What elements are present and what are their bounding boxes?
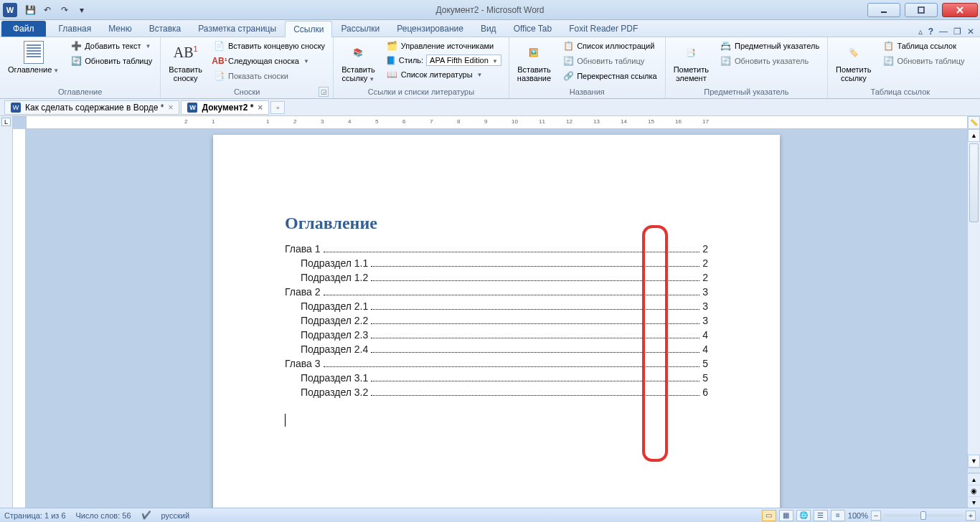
file-tab[interactable]: Файл [1,21,46,37]
footnotes-launcher[interactable]: ◲ [319,87,329,97]
group-label-index: Предметный указатель [670,86,823,98]
doc-restore-icon[interactable]: ❐ [953,27,961,37]
view-draft-button[interactable]: ≡ [831,510,845,521]
document-canvas[interactable]: Оглавление Глава 1 2Подраздел 1.1 2Подра… [26,129,967,508]
ribbon-help-icon[interactable]: ? [928,27,933,37]
zoom-in-button[interactable]: + [966,511,976,521]
status-language[interactable]: русский [161,511,189,520]
tab-selector[interactable]: L [0,116,13,508]
zoom-slider[interactable] [884,514,963,517]
insert-caption-button[interactable]: 🖼️ Вставить название [514,39,555,85]
browse-object-button[interactable]: ◉ [968,485,980,496]
window-title: Документ2 - Microsoft Word [435,5,544,15]
scroll-up-button[interactable]: ▲ [968,129,980,142]
doc-close-icon[interactable]: ✕ [967,27,974,37]
toc-entry-label: Подраздел 2.1 [301,300,368,312]
qat-redo-button[interactable]: ↷ [57,3,72,17]
next-page-button[interactable]: ▾ [968,496,980,508]
qat-undo-button[interactable]: ↶ [40,3,55,17]
doc-minimize-icon[interactable]: — [939,27,948,37]
new-doc-tab-button[interactable]: ▫ [270,101,285,114]
update-toc-button[interactable]: 🔄Обновить таблицу [67,54,156,68]
add-text-button[interactable]: ➕Добавить текст▼ [67,39,156,53]
show-footnotes-button[interactable]: 📑Показать сноски [210,69,329,83]
next-footnote-button[interactable]: AB¹Следующая сноска▼ [210,54,329,68]
toc-entry-label: Подраздел 2.2 [301,315,368,326]
mark-citation-button[interactable]: 🏷️ Пометить ссылку [832,39,875,85]
vertical-scrollbar[interactable]: 📏 ▲ ▼ ▴ ◉ ▾ [967,116,980,508]
bibliography-button[interactable]: 📖Список литературы▼ [383,67,504,82]
ruler-toggle-button[interactable]: 📏 [968,116,980,129]
toc-entry-page: 5 [702,358,708,369]
scroll-track[interactable] [968,142,980,455]
insert-endnote-button[interactable]: 📄Вставить концевую сноску [210,39,329,53]
doc-tab-label: Как сделать содержание в Ворде * [25,103,164,113]
vertical-ruler[interactable] [13,129,26,508]
zoom-level[interactable]: 100% [848,511,868,520]
ribbon-tab-5[interactable]: Рассылки [332,20,388,37]
ribbon-tab-4[interactable]: Ссылки [285,21,332,37]
ribbon-tab-8[interactable]: Office Tab [505,20,561,37]
zoom-out-button[interactable]: − [871,511,881,521]
ribbon-tab-7[interactable]: Вид [472,20,505,37]
manage-sources-icon: 🗂️ [387,40,398,52]
mark-entry-button[interactable]: 📑 Пометить элемент [670,39,712,85]
split-handle[interactable] [968,468,980,473]
update-figures-button[interactable]: 🔄Обновить таблицу [559,54,661,68]
group-label-toc: Оглавление [4,86,156,98]
maximize-button[interactable] [905,3,938,17]
document-tabs: WКак сделать содержание в Ворде *×WДокум… [0,99,980,116]
scroll-down-button[interactable]: ▼ [968,455,980,468]
title-bar: W 💾 ↶ ↷ ▾ Документ2 - Microsoft Word [0,0,980,20]
ribbon-group-citations: 📚 Вставить ссылку▼ 🗂️Управление источник… [334,37,509,98]
close-tab-icon[interactable]: × [258,103,263,113]
ribbon-tab-1[interactable]: Меню [100,20,140,37]
insert-footnote-button[interactable]: AB1 Вставить сноску [165,39,206,85]
toc-entry-label: Подраздел 1.1 [301,257,368,269]
view-fullscreen-button[interactable]: ▦ [779,510,793,521]
insert-toa-button[interactable]: 📋Таблица ссылок [879,39,968,53]
insert-citation-button[interactable]: 📚 Вставить ссылку▼ [338,39,379,86]
toc-entry-label: Подраздел 3.1 [301,372,368,384]
add-text-icon: ➕ [70,40,82,52]
view-web-button[interactable]: 🌐 [796,510,811,521]
ribbon-tab-0[interactable]: Главная [50,20,100,37]
ribbon-group-toa: 🏷️ Пометить ссылку 📋Таблица ссылок 🔄Обно… [828,37,972,98]
qat-customize-button[interactable]: ▾ [75,3,89,17]
ribbon-tab-2[interactable]: Вставка [141,20,190,37]
view-print-layout-button[interactable]: ▭ [762,510,776,521]
toc-entry-page: 3 [702,300,708,312]
ribbon-tabs: Файл ГлавнаяМенюВставкаРазметка страницы… [0,20,980,37]
doc-tab-1[interactable]: WДокумент2 *× [181,100,269,115]
citation-style-combo[interactable]: APA Fifth Edition ▼ [426,54,501,66]
status-word-count[interactable]: Число слов: 56 [76,511,131,520]
prev-page-button[interactable]: ▴ [968,473,980,485]
ribbon-tab-3[interactable]: Разметка страницы [189,20,285,37]
status-page[interactable]: Страница: 1 из 6 [4,511,66,520]
ribbon-minimize-icon[interactable]: ▵ [918,27,923,37]
scroll-thumb[interactable] [969,143,979,222]
group-label-toa: Таблица ссылок [832,86,968,98]
update-toa-button[interactable]: 🔄Обновить таблицу [879,54,968,68]
group-label-footnotes: Сноски◲ [165,86,329,98]
table-of-figures-button[interactable]: 📋Список иллюстраций [559,39,661,53]
update-index-button[interactable]: 🔄Обновить указатель [717,54,823,68]
toc-entry-page: 2 [702,272,708,283]
manage-sources-button[interactable]: 🗂️Управление источниками [383,39,504,53]
zoom-thumb[interactable] [920,511,926,520]
close-button[interactable] [942,3,978,17]
close-tab-icon[interactable]: × [168,103,173,113]
insert-index-button[interactable]: 📇Предметный указатель [717,39,823,53]
qat-save-button[interactable]: 💾 [23,3,37,17]
ribbon-tab-9[interactable]: Foxit Reader PDF [560,20,646,37]
cross-ref-icon: 🔗 [562,70,574,82]
ribbon-tab-6[interactable]: Рецензирование [388,20,472,37]
minimize-button[interactable] [867,3,900,17]
cross-reference-button[interactable]: 🔗Перекрестная ссылка [559,69,661,83]
view-outline-button[interactable]: ☰ [814,510,828,521]
horizontal-ruler[interactable]: 211234567891011121314151617 [26,116,967,128]
toc-button[interactable]: Оглавление▼ [4,39,62,77]
doc-tab-0[interactable]: WКак сделать содержание в Ворде *× [4,100,179,115]
status-proofing-icon[interactable]: ✔️ [141,511,151,520]
page[interactable]: Оглавление Глава 1 2Подраздел 1.1 2Подра… [213,135,780,508]
